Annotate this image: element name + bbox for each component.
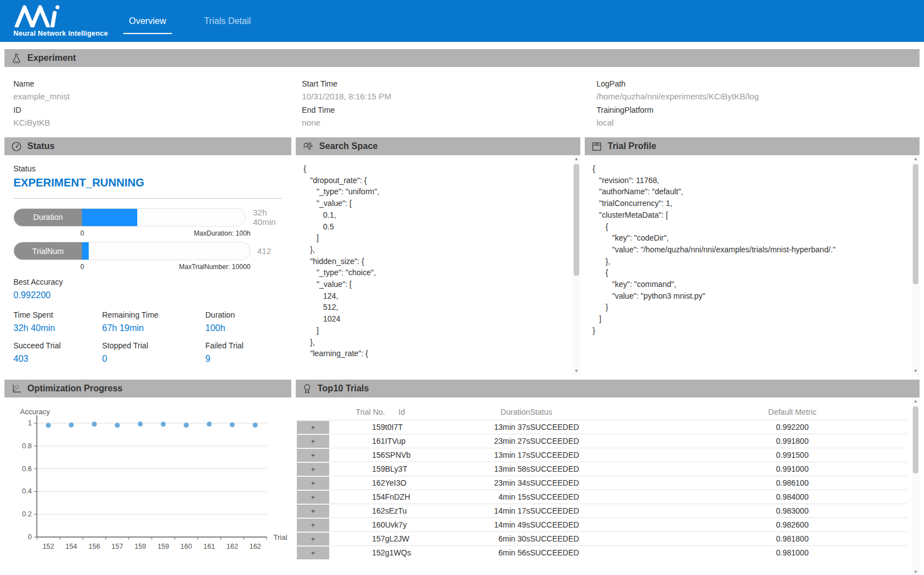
duration-cell: 6min 30s [452,532,530,546]
x-tick-label: 156 [89,543,100,550]
table-row: +160Uvk7y14min 49sSUCCEEDED0.982600 [296,518,907,532]
up-arrow-icon[interactable]: ▲ [912,155,920,163]
search-space-panel: Search Space { "dropout_rate": { "_type"… [296,137,580,375]
spacer-cell [887,462,907,476]
expand-row-button[interactable]: + [297,491,329,504]
metric-cell: 0.982600 [697,518,887,532]
trial-profile-scrollbar[interactable]: ▲ ▼ [912,155,920,375]
data-point [161,421,166,427]
expand-cell: + [296,434,330,448]
y-axis-title: Accuracy [20,408,50,416]
data-point [230,422,235,427]
spacer-cell [887,490,907,504]
duration-cell: 13min 58s [452,462,530,476]
duration-cell: 14min 17s [452,504,530,518]
down-arrow-icon[interactable]: ▼ [912,568,920,575]
status-cell: SUCCEEDED [530,420,697,434]
field-label: Name [13,79,302,88]
archive-icon [591,141,602,152]
field-label: ID [13,106,302,114]
stat-label: Time Spent [13,310,102,319]
best-accuracy-value: 0.992200 [13,290,291,300]
expand-row-button[interactable]: + [297,435,329,448]
spacer-cell [887,420,907,434]
status-cell: SUCCEEDED [530,532,697,546]
stat-value: 9 [205,354,291,364]
expand-row-button[interactable]: + [297,547,329,559]
top-navbar: Neural Network Intelligence Overview Tri… [0,0,924,42]
expand-row-button[interactable]: + [297,519,329,531]
stat-label: Failed Trial [205,341,291,350]
scrollbar-thumb[interactable] [574,164,579,276]
spacer-cell [887,518,907,532]
table-row: +161ITVup23min 27sSUCCEEDED0.991800 [296,434,907,448]
expand-cell: + [296,490,330,504]
metric-cell: 0.986100 [697,476,887,490]
table-row: +159t0I7T13min 37sSUCCEEDED0.992200 [296,420,907,434]
trial-profile-title: Trial Profile [608,141,656,151]
expand-row-button[interactable]: + [297,477,329,490]
trial-id-cell: Uvk7y [385,518,452,532]
down-arrow-icon[interactable]: ▼ [912,367,920,375]
y-tick-label: 0.2 [22,510,32,518]
expand-cell: + [296,532,330,546]
top10-scrollbar[interactable]: ▲ ▼ [912,397,920,575]
trial-no-cell: 160 [330,518,385,532]
nni-overview-page: Neural Network Intelligence Overview Tri… [0,0,924,575]
trialnum-progressbar: TrialNum 412 [13,242,291,260]
up-arrow-icon[interactable]: ▲ [912,397,920,405]
col-status: Status [530,403,697,420]
table-row: +152g1WQs6min 56sSUCCEEDED0.981000 [296,546,907,560]
expand-cell: + [296,476,330,490]
experiment-section: Experiment Name example_mnist ID KCiBytK… [4,49,920,133]
search-space-title: Search Space [319,141,378,151]
data-point [184,423,189,428]
trial-id-cell: sEzTu [385,504,452,518]
experiment-header: Experiment [4,49,920,67]
scrollbar-thumb[interactable] [913,164,918,284]
tab-trials-detail[interactable]: Trials Detail [202,13,253,30]
metric-cell: 0.991800 [697,434,887,448]
scrollbar-thumb[interactable] [913,406,918,473]
status-label: Status [13,164,291,173]
stat-label: Remaining Time [102,310,205,319]
scatter-icon [11,384,22,394]
stat-label: Succeed Trial [13,341,102,350]
tab-overview[interactable]: Overview [127,13,169,30]
expand-cell: + [296,462,330,476]
molecule-icon [302,141,314,152]
best-accuracy-label: Best Accuracy [13,277,291,286]
expand-row-button[interactable]: + [297,463,329,476]
status-title: Status [27,141,55,151]
expand-row-button[interactable]: + [297,449,329,462]
field-label: LogPath [596,79,920,88]
status-cell: SUCCEEDED [530,462,697,476]
field-label: TrainingPlatform [596,106,920,114]
search-space-scrollbar[interactable]: ▲ ▼ [572,155,580,375]
up-arrow-icon[interactable]: ▲ [572,155,580,163]
metric-cell: 0.992200 [697,420,887,434]
data-point [207,421,212,427]
table-row: +162YeI3O23min 34sSUCCEEDED0.986100 [296,476,907,490]
down-arrow-icon[interactable]: ▼ [572,367,580,375]
field-value: KCiBytKB [13,118,302,127]
top10-section: Top10 Trials Trial No. Id Duration [296,380,920,562]
expand-row-button[interactable]: + [297,533,329,545]
metric-cell: 0.981800 [697,532,887,546]
stat-label: Duration [205,310,291,319]
trial-profile-json: { "revision": 11768, "authorName": "defa… [585,155,920,337]
top10-header: Top10 Trials [296,380,920,397]
status-panel: Status Status EXPERIMENT_RUNNING Duratio… [4,137,291,375]
duration-cell: 23min 27s [452,434,530,448]
duration-cell: 13min 37s [452,420,530,434]
expand-row-button[interactable]: + [297,505,329,518]
status-cell: SUCCEEDED [530,434,697,448]
nni-logo-icon [13,5,65,27]
status-header: Status [4,137,291,155]
trial-id-cell: SPNVb [385,448,452,462]
metric-cell: 0.983000 [697,504,887,518]
expand-row-button[interactable]: + [297,421,329,434]
data-point [92,421,97,427]
col-trial-no: Trial No. [330,403,385,420]
y-tick-label: 0.8 [22,442,32,450]
